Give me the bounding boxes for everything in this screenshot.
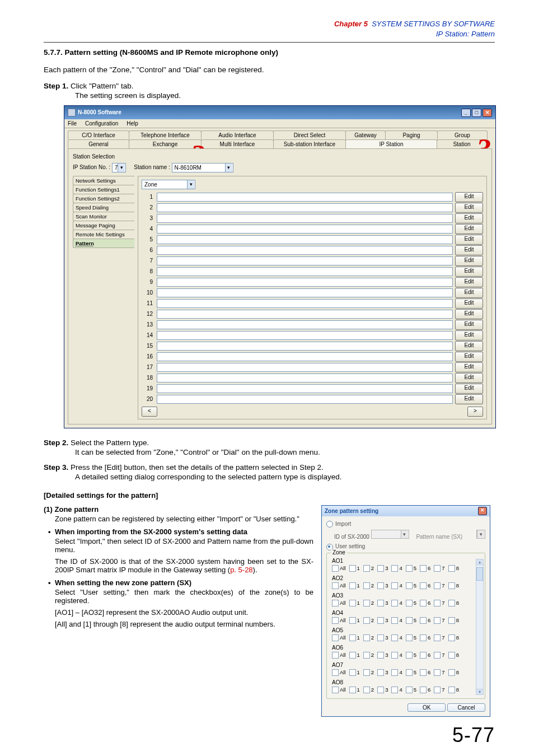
zone-checkbox[interactable]: 5: [406, 617, 416, 624]
edit-button[interactable]: Edit: [455, 203, 483, 213]
zone-checkbox[interactable]: 3: [377, 652, 388, 659]
zone-checkbox[interactable]: 6: [420, 600, 430, 606]
zone-checkbox[interactable]: 6: [420, 617, 430, 624]
edit-button[interactable]: Edit: [455, 224, 483, 234]
pattern-name-field[interactable]: [157, 193, 453, 202]
side-tab[interactable]: Scan Monitor: [73, 212, 134, 221]
zone-checkbox[interactable]: 3: [377, 600, 388, 606]
zone-checkbox[interactable]: 8: [448, 565, 459, 572]
edit-button[interactable]: Edit: [455, 320, 483, 330]
pattern-name-field[interactable]: [157, 320, 453, 329]
menu-configuration[interactable]: Configuration: [85, 120, 118, 127]
zone-checkbox[interactable]: All: [332, 669, 346, 676]
pattern-name-field[interactable]: [157, 352, 453, 361]
edit-button[interactable]: Edit: [455, 277, 483, 287]
edit-button[interactable]: Edit: [455, 298, 483, 309]
side-tab[interactable]: Speed Dialing: [73, 203, 134, 212]
ip-station-no-select[interactable]: 7: [112, 163, 127, 172]
zone-checkbox[interactable]: 5: [406, 687, 416, 693]
pattern-name-field[interactable]: [157, 278, 453, 287]
pattern-name-field[interactable]: [157, 235, 453, 244]
edit-button[interactable]: Edit: [455, 373, 483, 383]
zone-checkbox[interactable]: 6: [420, 582, 430, 589]
edit-button[interactable]: Edit: [455, 288, 483, 298]
zone-checkbox[interactable]: 2: [363, 600, 374, 606]
zp-cancel-button[interactable]: Cancel: [447, 703, 485, 712]
pattern-name-field[interactable]: [157, 374, 453, 382]
zone-checkbox[interactable]: 2: [363, 634, 374, 641]
pattern-name-field[interactable]: [157, 267, 453, 276]
zone-checkbox[interactable]: 2: [363, 565, 374, 572]
pattern-name-field[interactable]: [157, 310, 453, 319]
zone-checkbox[interactable]: 6: [420, 687, 430, 693]
top-tab[interactable]: Station: [437, 139, 487, 148]
zone-checkbox[interactable]: 4: [391, 687, 402, 693]
zone-checkbox[interactable]: 3: [377, 634, 388, 641]
zone-checkbox[interactable]: All: [332, 652, 346, 659]
top-tab[interactable]: Exchange: [129, 139, 202, 148]
zone-checkbox[interactable]: 5: [406, 582, 416, 589]
top-tab[interactable]: Paging: [385, 130, 438, 139]
id-sx-select[interactable]: [371, 530, 409, 539]
edit-button[interactable]: Edit: [455, 256, 483, 266]
zp-ok-button[interactable]: OK: [407, 703, 446, 712]
zone-checkbox[interactable]: 5: [406, 652, 416, 659]
zone-checkbox[interactable]: 1: [349, 582, 360, 589]
zone-checkbox[interactable]: 7: [434, 600, 444, 606]
zone-checkbox[interactable]: All: [332, 617, 346, 624]
side-tab[interactable]: Function Settings1: [73, 185, 134, 194]
side-tab[interactable]: Pattern: [73, 239, 134, 248]
page-link[interactable]: p. 5-28: [230, 566, 252, 574]
edit-button[interactable]: Edit: [455, 341, 483, 351]
zone-checkbox[interactable]: 5: [406, 565, 416, 572]
zone-checkbox[interactable]: 8: [448, 669, 459, 676]
zone-checkbox[interactable]: 4: [391, 652, 402, 659]
scroll-left-button[interactable]: <: [142, 407, 157, 417]
zone-checkbox[interactable]: 6: [420, 634, 430, 641]
pattern-name-field[interactable]: [157, 246, 453, 255]
edit-button[interactable]: Edit: [455, 245, 483, 255]
top-tab[interactable]: C/O Interface: [68, 130, 129, 139]
edit-button[interactable]: Edit: [455, 330, 483, 340]
pattern-name-field[interactable]: [157, 363, 453, 372]
zone-checkbox[interactable]: 7: [434, 687, 444, 693]
pattern-name-field[interactable]: [157, 331, 453, 340]
zone-checkbox[interactable]: 5: [406, 669, 416, 676]
window-minimize-button[interactable]: _: [461, 109, 471, 117]
edit-button[interactable]: Edit: [455, 235, 483, 245]
top-tab[interactable]: Direct Select: [273, 130, 346, 139]
zone-checkbox[interactable]: 5: [406, 600, 416, 606]
zone-checkbox[interactable]: 4: [391, 582, 402, 589]
zone-checkbox[interactable]: 8: [448, 634, 459, 641]
zone-checkbox[interactable]: 3: [377, 669, 388, 676]
side-tab[interactable]: Message Paging: [73, 221, 134, 230]
top-tab[interactable]: Sub-station Interface: [273, 139, 346, 148]
zone-checkbox[interactable]: 7: [434, 652, 444, 659]
zone-checkbox[interactable]: 3: [377, 582, 388, 589]
zone-checkbox[interactable]: 4: [391, 600, 402, 606]
zone-checkbox[interactable]: 3: [377, 565, 388, 572]
top-tab[interactable]: IP Station: [345, 139, 437, 148]
pattern-name-field[interactable]: [157, 214, 453, 223]
top-tab[interactable]: Audio Interface: [201, 130, 274, 139]
edit-button[interactable]: Edit: [455, 267, 483, 277]
pattern-name-field[interactable]: [157, 384, 453, 393]
pattern-name-field[interactable]: [157, 225, 453, 234]
zone-checkbox[interactable]: 2: [363, 582, 374, 589]
zone-checkbox[interactable]: 6: [420, 565, 430, 572]
edit-button[interactable]: Edit: [455, 352, 483, 362]
zone-checkbox[interactable]: 1: [349, 652, 360, 659]
top-tab[interactable]: Multi Interface: [201, 139, 274, 148]
top-tab[interactable]: Group: [437, 130, 488, 139]
zone-checkbox[interactable]: 6: [420, 652, 430, 659]
zone-checkbox[interactable]: 1: [349, 600, 360, 606]
side-tab[interactable]: Network Settings: [73, 176, 134, 185]
zone-checkbox[interactable]: 4: [391, 634, 402, 641]
zone-checkbox[interactable]: 1: [349, 617, 360, 624]
window-maximize-button[interactable]: □: [472, 109, 481, 117]
pattern-type-select[interactable]: Zone: [142, 180, 195, 189]
zone-checkbox[interactable]: 2: [363, 617, 374, 624]
edit-button[interactable]: Edit: [455, 362, 483, 372]
edit-button[interactable]: Edit: [455, 192, 483, 202]
menu-file[interactable]: File: [68, 120, 77, 127]
